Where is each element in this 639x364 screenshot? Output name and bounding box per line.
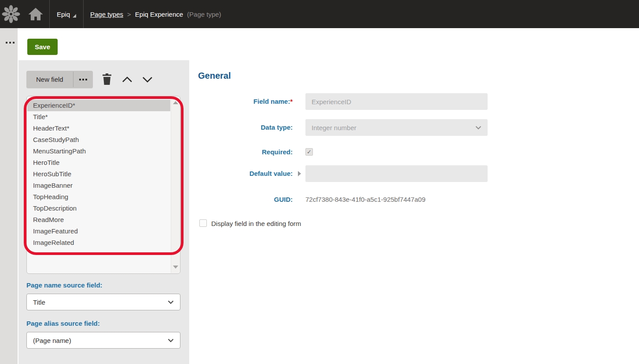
chevron-down-icon <box>168 300 174 304</box>
field-list-item[interactable]: HeroSubTitle <box>27 168 170 180</box>
delete-field-button[interactable] <box>100 72 114 86</box>
field-list-item[interactable]: ReadMore <box>27 214 170 226</box>
home-button[interactable] <box>22 0 49 28</box>
app-menu-label: Epiq <box>57 11 70 18</box>
page-alias-source-label: Page alias source field: <box>26 320 100 327</box>
field-list-item[interactable]: TopDescription <box>27 203 170 214</box>
required-asterisk: * <box>290 98 293 105</box>
triangle-right-icon[interactable] <box>298 171 301 176</box>
field-name-label: Field name:* <box>198 97 293 106</box>
kentico-page-type-screen: Epiq Page types > Epiq Experience (Page … <box>0 0 639 364</box>
required-checkbox <box>305 148 313 156</box>
field-list-item[interactable]: ImageRelated <box>27 237 170 248</box>
topbar: Epiq Page types > Epiq Experience (Page … <box>0 0 639 28</box>
breadcrumb-link-page-types[interactable]: Page types <box>90 11 123 18</box>
new-field-split-button: New field <box>26 71 93 88</box>
scroll-up-icon[interactable] <box>173 101 178 104</box>
listbox-scrollbar[interactable] <box>171 97 180 273</box>
page-name-source-select[interactable]: Title <box>26 294 180 310</box>
chevron-up-icon <box>121 76 133 84</box>
page-alias-source-select[interactable]: (Page name) <box>26 332 180 349</box>
chevron-down-icon <box>475 126 481 130</box>
guid-label: GUID: <box>198 195 293 204</box>
field-listbox: ExperienceID*Title*HeaderText*CaseStudyP… <box>26 96 180 274</box>
field-list-item[interactable]: TopHeading <box>27 191 170 203</box>
field-list-item[interactable]: ExperienceID* <box>27 100 170 111</box>
left-rail <box>0 28 18 364</box>
kentico-logo[interactable] <box>0 0 22 28</box>
section-title-general: General <box>198 71 231 81</box>
topbar-divider <box>83 0 84 28</box>
kentico-logo-icon <box>2 5 20 23</box>
field-list: ExperienceID*Title*HeaderText*CaseStudyP… <box>27 100 170 248</box>
data-type-select: Integer number <box>305 119 488 136</box>
field-list-item[interactable]: Title* <box>27 111 170 123</box>
field-list-item[interactable]: HeaderText* <box>27 123 170 134</box>
default-value-label: Default value: <box>198 169 293 178</box>
page-alias-source-value: (Page name) <box>33 337 168 344</box>
field-list-item[interactable]: ImageBanner <box>27 180 170 191</box>
trash-icon <box>102 73 112 85</box>
field-list-item[interactable]: CaseStudyPath <box>27 134 170 146</box>
guid-value: 72cf7380-843e-41f0-a5c1-925bf7447a09 <box>305 195 426 204</box>
data-type-label: Data type: <box>198 123 293 132</box>
ellipsis-icon <box>79 79 81 80</box>
breadcrumb: Page types > Epiq Experience (Page type) <box>90 11 221 18</box>
ellipsis-icon <box>6 42 7 44</box>
new-field-more-button[interactable] <box>73 71 93 88</box>
field-list-item[interactable]: MenuStartingPath <box>27 146 170 157</box>
field-list-item[interactable]: HeroTitle <box>27 157 170 168</box>
chevron-down-icon <box>168 339 174 342</box>
data-type-value: Integer number <box>312 124 475 131</box>
display-field-checkbox[interactable] <box>199 219 207 227</box>
home-icon <box>28 6 44 22</box>
chevron-down-icon <box>142 76 153 84</box>
breadcrumb-current: Epiq Experience <box>135 11 183 18</box>
breadcrumb-separator-icon: > <box>127 11 131 18</box>
scroll-down-icon[interactable] <box>173 266 178 269</box>
move-field-up-button[interactable] <box>120 74 135 85</box>
default-value-input <box>305 165 488 182</box>
page-name-source-label: Page name source field: <box>26 281 103 289</box>
breadcrumb-type-suffix: (Page type) <box>187 11 221 18</box>
more-actions-button[interactable] <box>0 28 18 44</box>
field-list-item[interactable]: ImageFeatured <box>27 226 170 237</box>
menu-corner-icon <box>73 14 76 18</box>
page-name-source-value: Title <box>33 298 168 306</box>
new-field-button[interactable]: New field <box>26 71 73 88</box>
move-field-down-button[interactable] <box>140 74 155 85</box>
app-menu-button[interactable]: Epiq <box>50 0 83 28</box>
field-name-input: ExperienceID <box>305 93 488 110</box>
save-button[interactable]: Save <box>27 39 58 55</box>
display-field-label: Display field in the editing form <box>211 219 301 228</box>
required-label: Required: <box>198 148 293 157</box>
